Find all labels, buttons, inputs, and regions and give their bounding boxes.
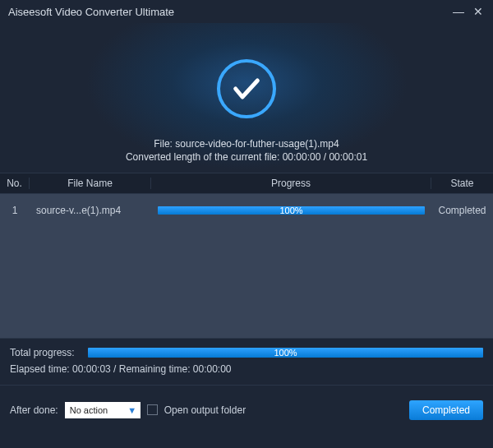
after-done-value: No action [70, 405, 108, 415]
file-label: File: [154, 138, 173, 150]
status-hero: File: source-video-for-futher-usage(1).m… [0, 23, 493, 173]
elapsed-label: Elapsed time: [10, 363, 70, 375]
row-state: Completed [431, 205, 493, 216]
row-progress-cell: 100% [151, 206, 431, 215]
window-title: Aiseesoft Video Converter Ultimate [8, 6, 445, 18]
after-done-select[interactable]: No action ▼ [65, 402, 141, 418]
success-check-icon [217, 59, 276, 118]
length-total: 00:00:01 [329, 151, 367, 163]
footer: After done: No action ▼ Open output fold… [0, 385, 493, 434]
totals-panel: Total progress: 100% Elapsed time: 00:00… [0, 338, 493, 385]
remaining-value: 00:00:00 [193, 363, 232, 375]
completed-button[interactable]: Completed [409, 400, 483, 420]
table-header: No. File Name Progress State [0, 173, 493, 194]
row-no: 1 [0, 205, 30, 216]
file-name: source-video-for-futher-usage(1).mp4 [175, 138, 339, 150]
open-folder-checkbox[interactable] [147, 404, 158, 415]
converted-length-line: Converted length of the current file: 00… [126, 151, 367, 163]
chevron-down-icon: ▼ [126, 404, 139, 417]
row-progress-bar: 100% [158, 206, 425, 215]
remaining-label: Remaining time: [119, 363, 191, 375]
total-progress-label: Total progress: [10, 347, 88, 358]
table-row[interactable]: 1 source-v...e(1).mp4 100% Completed [0, 194, 493, 227]
titlebar: Aiseesoft Video Converter Ultimate — ✕ [0, 0, 493, 23]
current-file-line: File: source-video-for-futher-usage(1).m… [154, 138, 339, 150]
header-no: No. [0, 178, 30, 189]
row-progress-percent: 100% [279, 206, 302, 215]
length-label: Converted length of the current file: [126, 151, 279, 163]
header-state: State [431, 178, 493, 189]
total-progress-bar: 100% [88, 348, 483, 358]
minimize-button[interactable]: — [452, 5, 465, 18]
table-body: 1 source-v...e(1).mp4 100% Completed [0, 194, 493, 338]
elapsed-value: 00:00:03 [72, 363, 111, 375]
open-folder-label: Open output folder [164, 404, 246, 416]
total-progress-percent: 100% [274, 348, 297, 358]
length-current: 00:00:00 [283, 151, 321, 163]
after-done-label: After done: [10, 404, 58, 416]
header-progress: Progress [151, 178, 431, 189]
close-button[interactable]: ✕ [472, 5, 485, 18]
total-progress-row: Total progress: 100% [10, 347, 483, 358]
row-filename: source-v...e(1).mp4 [30, 205, 151, 216]
header-filename: File Name [30, 178, 151, 189]
time-row: Elapsed time: 00:00:03 / Remaining time:… [10, 363, 483, 375]
completed-button-label: Completed [422, 404, 470, 416]
